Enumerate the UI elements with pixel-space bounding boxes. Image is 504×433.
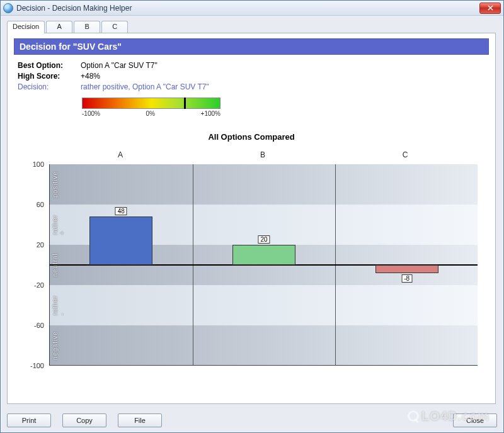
y-tick-label: 100 <box>33 160 44 168</box>
chart-column-labels: A B C <box>49 150 478 159</box>
y-tick-label: -100 <box>30 362 44 369</box>
gradient-min: -100% <box>82 110 100 117</box>
decision-label: Decision: <box>18 82 81 91</box>
close-button[interactable]: Close <box>453 413 497 427</box>
bottom-button-bar: Print Copy File Close <box>7 413 497 427</box>
high-score-value: +48% <box>81 72 485 81</box>
col-label-c: C <box>334 150 476 159</box>
decision-value: rather positive, Option A "Car SUV T7" <box>81 82 485 91</box>
chart-plot: positiverather +neutralrather -negative4… <box>49 164 478 366</box>
chart-zone: positive <box>50 164 478 205</box>
summary-block: Best Option: Option A "Car SUV T7" High … <box>18 61 485 91</box>
file-button[interactable]: File <box>118 413 162 427</box>
col-label-a: A <box>49 150 192 159</box>
gradient-labels: -100% 0% +100% <box>82 110 220 117</box>
y-tick-label: 20 <box>37 241 44 249</box>
bar-value-label: 48 <box>115 207 127 215</box>
app-window: Decision - Decision Making Helper Decisi… <box>0 0 504 433</box>
gradient-bar <box>82 98 220 109</box>
decision-header: Decision for "SUV Cars" <box>14 38 489 55</box>
print-button[interactable]: Print <box>7 413 51 427</box>
high-score-label: High Score: <box>18 72 81 81</box>
titlebar: Decision - Decision Making Helper <box>1 1 503 16</box>
zone-label: positive <box>52 171 59 198</box>
chart-zone: rather - <box>50 285 478 325</box>
tab-decision[interactable]: Decision <box>7 21 45 33</box>
bar-value-label: 20 <box>258 235 270 244</box>
tab-c[interactable]: C <box>101 21 128 33</box>
y-tick-label: -20 <box>34 281 44 289</box>
chart-title: All Options Compared <box>14 132 489 142</box>
copy-button[interactable]: Copy <box>62 413 106 427</box>
gradient-mid: 0% <box>146 110 155 117</box>
best-option-value: Option A "Car SUV T7" <box>81 61 485 70</box>
tabpanel-decision: Decision for "SUV Cars" Best Option: Opt… <box>7 33 496 404</box>
zone-label: rather - <box>52 295 66 315</box>
zone-label: negative <box>52 331 59 360</box>
score-gradient-scale: -100% 0% +100% <box>82 98 220 117</box>
chart-zone: negative <box>50 325 478 366</box>
chart-bar <box>232 245 295 265</box>
best-option-label: Best Option: <box>18 61 81 70</box>
app-icon <box>3 3 13 13</box>
chart-area: A B C 1006020-20-60-100 positiverather +… <box>20 145 484 372</box>
window-title: Decision - Decision Making Helper <box>16 4 479 13</box>
chart-bar <box>89 216 152 265</box>
col-label-b: B <box>192 150 334 159</box>
tab-b[interactable]: B <box>74 21 100 33</box>
tab-a[interactable]: A <box>46 21 72 33</box>
y-tick-label: -60 <box>34 322 44 329</box>
close-icon <box>488 5 493 11</box>
y-tick-label: 60 <box>37 201 44 208</box>
zone-label: rather + <box>52 215 66 235</box>
window-close-button[interactable] <box>479 3 501 14</box>
bar-value-label: -8 <box>401 274 412 283</box>
chart-y-ticks: 1006020-20-60-100 <box>20 164 48 366</box>
gradient-marker <box>184 98 186 109</box>
client-area: Decision A B C Decision for "SUV Cars" B… <box>1 16 503 410</box>
chart-bar <box>375 265 438 273</box>
tabstrip: Decision A B C <box>7 21 497 33</box>
gradient-max: +100% <box>201 110 220 117</box>
